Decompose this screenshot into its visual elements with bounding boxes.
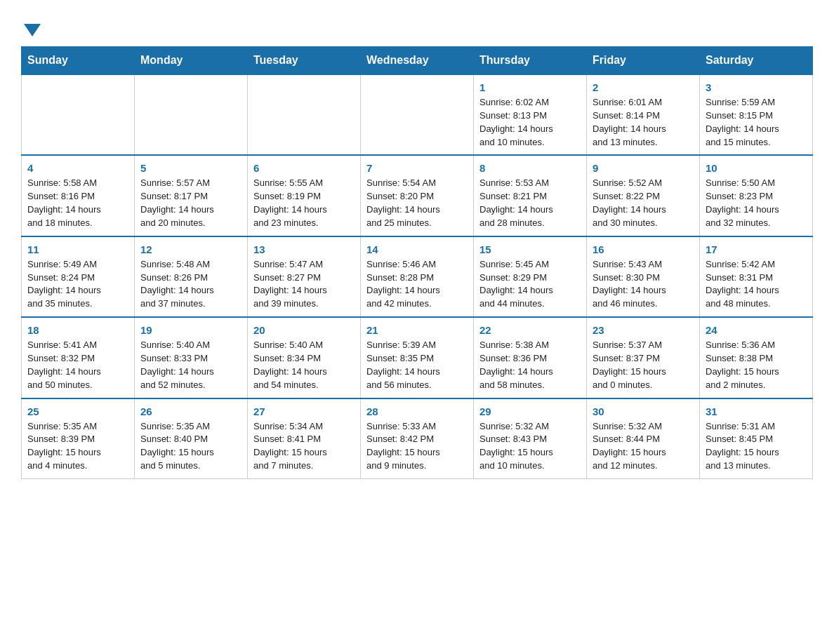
- day-number: 23: [593, 323, 694, 337]
- day-info: Sunrise: 5:46 AMSunset: 8:28 PMDaylight:…: [366, 258, 468, 311]
- day-number: 19: [140, 323, 241, 337]
- calendar-cell: 5Sunrise: 5:57 AMSunset: 8:17 PMDaylight…: [135, 155, 248, 236]
- day-number: 2: [593, 80, 694, 95]
- day-info: Sunrise: 5:34 AMSunset: 8:41 PMDaylight:…: [253, 420, 355, 473]
- day-number: 6: [253, 161, 355, 175]
- calendar-cell: 11Sunrise: 5:49 AMSunset: 8:24 PMDayligh…: [22, 236, 135, 317]
- calendar-cell: [248, 74, 361, 155]
- day-number: 13: [253, 242, 355, 257]
- day-info: Sunrise: 5:57 AMSunset: 8:17 PMDaylight:…: [140, 177, 241, 229]
- calendar-cell: 19Sunrise: 5:40 AMSunset: 8:33 PMDayligh…: [135, 317, 248, 398]
- week-row-2: 4Sunrise: 5:58 AMSunset: 8:16 PMDaylight…: [22, 155, 813, 236]
- day-number: 30: [593, 404, 694, 419]
- calendar-cell: 10Sunrise: 5:50 AMSunset: 8:23 PMDayligh…: [700, 155, 813, 236]
- calendar-cell: 4Sunrise: 5:58 AMSunset: 8:16 PMDaylight…: [22, 155, 135, 236]
- weekday-header-tuesday: Tuesday: [248, 47, 361, 75]
- day-number: 26: [140, 404, 241, 419]
- calendar-cell: 3Sunrise: 5:59 AMSunset: 8:15 PMDaylight…: [700, 74, 813, 155]
- day-info: Sunrise: 5:53 AMSunset: 8:21 PMDaylight:…: [479, 177, 581, 229]
- calendar-header-row: SundayMondayTuesdayWednesdayThursdayFrid…: [22, 47, 813, 75]
- day-info: Sunrise: 5:47 AMSunset: 8:27 PMDaylight:…: [253, 258, 355, 311]
- calendar-cell: 29Sunrise: 5:32 AMSunset: 8:43 PMDayligh…: [474, 398, 587, 479]
- day-number: 18: [27, 323, 128, 337]
- day-info: Sunrise: 5:49 AMSunset: 8:24 PMDaylight:…: [27, 258, 128, 311]
- calendar-cell: [361, 74, 474, 155]
- calendar-cell: 26Sunrise: 5:35 AMSunset: 8:40 PMDayligh…: [135, 398, 248, 479]
- day-info: Sunrise: 5:37 AMSunset: 8:37 PMDaylight:…: [593, 339, 694, 391]
- calendar-cell: 13Sunrise: 5:47 AMSunset: 8:27 PMDayligh…: [248, 236, 361, 317]
- calendar-cell: 31Sunrise: 5:31 AMSunset: 8:45 PMDayligh…: [700, 398, 813, 479]
- calendar-cell: 15Sunrise: 5:45 AMSunset: 8:29 PMDayligh…: [474, 236, 587, 317]
- day-number: 25: [27, 404, 128, 419]
- day-info: Sunrise: 5:35 AMSunset: 8:40 PMDaylight:…: [140, 420, 241, 473]
- calendar-cell: 7Sunrise: 5:54 AMSunset: 8:20 PMDaylight…: [361, 155, 474, 236]
- day-number: 7: [366, 161, 468, 175]
- week-row-1: 1Sunrise: 6:02 AMSunset: 8:13 PMDaylight…: [22, 74, 813, 155]
- day-number: 21: [366, 323, 468, 337]
- day-number: 12: [140, 242, 241, 257]
- day-info: Sunrise: 5:55 AMSunset: 8:19 PMDaylight:…: [253, 177, 355, 229]
- calendar-cell: 25Sunrise: 5:35 AMSunset: 8:39 PMDayligh…: [22, 398, 135, 479]
- page-header: [21, 14, 813, 34]
- day-info: Sunrise: 6:02 AMSunset: 8:13 PMDaylight:…: [479, 96, 581, 149]
- day-number: 28: [366, 404, 468, 419]
- day-number: 16: [593, 242, 694, 257]
- day-number: 31: [706, 404, 807, 419]
- day-number: 22: [479, 323, 581, 337]
- calendar-table: SundayMondayTuesdayWednesdayThursdayFrid…: [21, 46, 813, 479]
- calendar-cell: 1Sunrise: 6:02 AMSunset: 8:13 PMDaylight…: [474, 74, 587, 155]
- day-info: Sunrise: 5:59 AMSunset: 8:15 PMDaylight:…: [706, 96, 807, 149]
- day-info: Sunrise: 5:45 AMSunset: 8:29 PMDaylight:…: [479, 258, 581, 311]
- calendar-cell: 23Sunrise: 5:37 AMSunset: 8:37 PMDayligh…: [587, 317, 700, 398]
- calendar-cell: 21Sunrise: 5:39 AMSunset: 8:35 PMDayligh…: [361, 317, 474, 398]
- logo: [21, 14, 41, 34]
- day-number: 20: [253, 323, 355, 337]
- day-number: 1: [479, 80, 581, 95]
- calendar-cell: [22, 74, 135, 155]
- calendar-cell: 24Sunrise: 5:36 AMSunset: 8:38 PMDayligh…: [700, 317, 813, 398]
- calendar-cell: [135, 74, 248, 155]
- calendar-cell: 8Sunrise: 5:53 AMSunset: 8:21 PMDaylight…: [474, 155, 587, 236]
- day-info: Sunrise: 5:48 AMSunset: 8:26 PMDaylight:…: [140, 258, 241, 311]
- day-info: Sunrise: 5:35 AMSunset: 8:39 PMDaylight:…: [27, 420, 128, 473]
- day-info: Sunrise: 5:58 AMSunset: 8:16 PMDaylight:…: [27, 177, 128, 229]
- day-number: 3: [706, 80, 807, 95]
- day-number: 4: [27, 161, 128, 175]
- day-info: Sunrise: 5:52 AMSunset: 8:22 PMDaylight:…: [593, 177, 694, 229]
- logo-triangle-icon: [24, 24, 41, 36]
- day-number: 15: [479, 242, 581, 257]
- week-row-5: 25Sunrise: 5:35 AMSunset: 8:39 PMDayligh…: [22, 398, 813, 479]
- day-number: 24: [706, 323, 807, 337]
- day-info: Sunrise: 5:40 AMSunset: 8:33 PMDaylight:…: [140, 339, 241, 391]
- weekday-header-friday: Friday: [587, 47, 700, 75]
- day-number: 8: [479, 161, 581, 175]
- calendar-cell: 16Sunrise: 5:43 AMSunset: 8:30 PMDayligh…: [587, 236, 700, 317]
- calendar-cell: 6Sunrise: 5:55 AMSunset: 8:19 PMDaylight…: [248, 155, 361, 236]
- day-number: 5: [140, 161, 241, 175]
- calendar-cell: 22Sunrise: 5:38 AMSunset: 8:36 PMDayligh…: [474, 317, 587, 398]
- day-info: Sunrise: 5:36 AMSunset: 8:38 PMDaylight:…: [706, 339, 807, 391]
- week-row-4: 18Sunrise: 5:41 AMSunset: 8:32 PMDayligh…: [22, 317, 813, 398]
- calendar-cell: 27Sunrise: 5:34 AMSunset: 8:41 PMDayligh…: [248, 398, 361, 479]
- day-number: 10: [706, 161, 807, 175]
- day-number: 11: [27, 242, 128, 257]
- calendar-cell: 9Sunrise: 5:52 AMSunset: 8:22 PMDaylight…: [587, 155, 700, 236]
- day-number: 9: [593, 161, 694, 175]
- weekday-header-sunday: Sunday: [22, 47, 135, 75]
- calendar-cell: 28Sunrise: 5:33 AMSunset: 8:42 PMDayligh…: [361, 398, 474, 479]
- calendar-cell: 12Sunrise: 5:48 AMSunset: 8:26 PMDayligh…: [135, 236, 248, 317]
- week-row-3: 11Sunrise: 5:49 AMSunset: 8:24 PMDayligh…: [22, 236, 813, 317]
- weekday-header-thursday: Thursday: [474, 47, 587, 75]
- calendar-cell: 14Sunrise: 5:46 AMSunset: 8:28 PMDayligh…: [361, 236, 474, 317]
- weekday-header-monday: Monday: [135, 47, 248, 75]
- calendar-cell: 2Sunrise: 6:01 AMSunset: 8:14 PMDaylight…: [587, 74, 700, 155]
- calendar-cell: 18Sunrise: 5:41 AMSunset: 8:32 PMDayligh…: [22, 317, 135, 398]
- calendar-cell: 17Sunrise: 5:42 AMSunset: 8:31 PMDayligh…: [700, 236, 813, 317]
- day-info: Sunrise: 5:41 AMSunset: 8:32 PMDaylight:…: [27, 339, 128, 391]
- day-info: Sunrise: 6:01 AMSunset: 8:14 PMDaylight:…: [593, 96, 694, 149]
- weekday-header-wednesday: Wednesday: [361, 47, 474, 75]
- day-info: Sunrise: 5:31 AMSunset: 8:45 PMDaylight:…: [706, 420, 807, 473]
- day-info: Sunrise: 5:50 AMSunset: 8:23 PMDaylight:…: [706, 177, 807, 229]
- day-info: Sunrise: 5:54 AMSunset: 8:20 PMDaylight:…: [366, 177, 468, 229]
- day-info: Sunrise: 5:42 AMSunset: 8:31 PMDaylight:…: [706, 258, 807, 311]
